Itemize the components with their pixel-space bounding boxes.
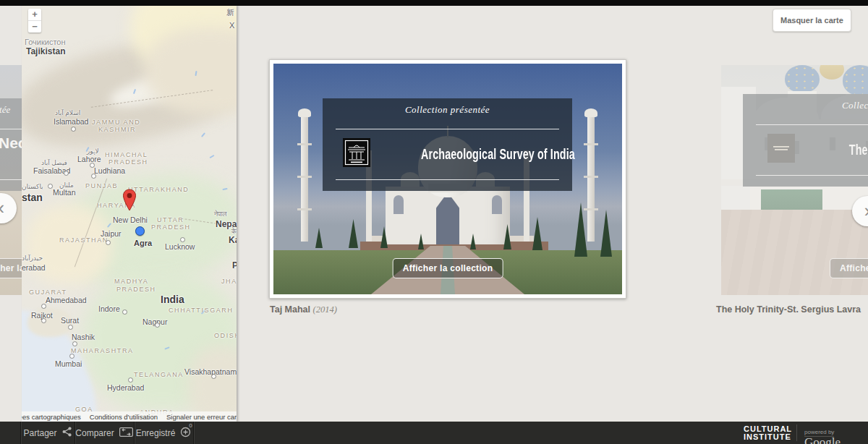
map-label: Mumbai	[55, 359, 82, 368]
map-label: Ahmedabad	[46, 296, 87, 304]
map-label: Islamabad	[54, 117, 88, 126]
map-city-dot	[128, 377, 133, 383]
attribution-terms-link[interactable]: Conditions d'utilisation	[90, 413, 158, 421]
map-label: Agra	[134, 239, 152, 247]
card-right-fade	[721, 65, 868, 295]
page: Collection présentée Necr Afficher la co…	[0, 0, 868, 444]
card-center-show-collection-button[interactable]: Afficher la collection	[393, 258, 503, 278]
map-label: India	[161, 294, 184, 305]
map-label: Surat	[61, 316, 79, 325]
map-city-dot	[122, 309, 127, 315]
map-zoom-control: + −	[28, 9, 41, 33]
map-label: Гочикистон	[25, 38, 66, 46]
map-label: Lahore	[77, 155, 101, 163]
map-label: Hyderabad	[107, 383, 144, 392]
brand-line-2: INSTITUTE	[744, 433, 792, 441]
zoom-in-button[interactable]: +	[28, 9, 41, 21]
card-center[interactable]: Collection présentée Archaeological Surv…	[269, 59, 626, 299]
map-city-dot	[106, 240, 111, 245]
map-city-dot	[41, 304, 46, 309]
saved-button-label: Enregistré	[136, 428, 176, 438]
saved-count-badge: 0	[189, 422, 192, 429]
caption-title: Taj Mahal	[270, 304, 310, 315]
card-center-eyebrow: Collection présentée	[323, 104, 572, 116]
map-city-dot	[71, 127, 76, 132]
share-button[interactable]: Partager	[20, 422, 75, 444]
map-pin-new-delhi[interactable]	[122, 189, 137, 215]
card-center-caption: Taj Mahal (2014)	[270, 304, 337, 315]
share-icon	[62, 427, 72, 439]
map-label: Kath	[229, 235, 237, 245]
map-label: UTTARAKHAND	[128, 186, 189, 193]
map-city-dot	[211, 374, 216, 379]
google-logo: Google	[804, 437, 841, 444]
map-label: Ludhiana	[94, 166, 125, 175]
map-city-dot	[41, 318, 46, 323]
footer-divider	[796, 424, 797, 441]
map-label: PRADESH	[109, 158, 148, 166]
map-label: RAJASTHAN	[59, 236, 109, 244]
map-label: New Delhi	[113, 215, 148, 224]
divider	[336, 179, 559, 180]
compare-button[interactable]: Comparer	[75, 422, 134, 444]
map-label: Pa	[232, 260, 237, 270]
map-panel[interactable]: ГочикистонTajikistan新Xاسلام آبادIslamaba…	[22, 6, 237, 422]
chevron-right-icon: ›	[864, 200, 868, 221]
map-label: Tajikistan	[26, 46, 65, 56]
map-city-dot	[68, 325, 73, 330]
footer-divider	[193, 422, 194, 444]
attribution-data: Données cartographiques	[22, 413, 81, 421]
map-label: Visakhapatnam	[184, 367, 237, 376]
compare-icon	[119, 427, 133, 439]
map-label: PRADESH	[116, 286, 156, 293]
map-label: Nashik	[72, 333, 95, 341]
map-label: GUJARAT	[29, 289, 67, 296]
map-label: ODISH	[214, 332, 237, 339]
map-label: فیصل آباد	[41, 159, 67, 166]
add-circle-icon: 0	[180, 427, 191, 440]
card-center-photo: Collection présentée Archaeological Surv…	[273, 64, 622, 294]
map-label: MAHARASHTRA	[71, 347, 134, 354]
map-label: Lucknow	[165, 242, 195, 251]
map-city-dot	[155, 323, 160, 328]
map-label: X	[229, 21, 234, 30]
map-marker-agra[interactable]	[135, 226, 145, 236]
zoom-out-button[interactable]: −	[28, 21, 41, 33]
cultural-institute-logo: CULTURAL INSTITUTE	[744, 425, 792, 441]
map-label: UTTAR	[157, 216, 184, 223]
attribution-report-link[interactable]: Signaler une erreur cartographique	[166, 413, 237, 421]
map-city-dot	[180, 237, 185, 242]
map-label: TELANGANA	[134, 371, 184, 378]
map-label: MADHYA	[114, 278, 148, 285]
map-label: JAMMU AND	[92, 119, 140, 126]
divider	[336, 129, 559, 129]
card-right-photo: Collection présentée The Holy Trinity-St…	[721, 65, 868, 295]
hide-map-button[interactable]: Masquer la carte	[773, 9, 851, 32]
map-city-dot	[91, 174, 96, 179]
chevron-left-icon: ‹	[0, 197, 4, 218]
map-label: PUNJAB	[85, 182, 118, 189]
map-label: PRADESH	[151, 223, 191, 231]
map-label: Indore	[98, 304, 120, 313]
map-label: Multan	[53, 188, 76, 197]
map-label: 新	[226, 7, 234, 18]
map-label: باكستان	[22, 183, 43, 190]
caption-year: (2014)	[313, 304, 337, 315]
map-attribution: Données cartographiques Conditions d'uti…	[22, 411, 237, 422]
map-label: HIMACHAL	[105, 151, 148, 158]
map-city-dot	[69, 354, 75, 359]
share-button-label: Partager	[23, 428, 56, 438]
footer-bar: Partager Comparer Enregistré 0 CULTURAL …	[0, 422, 868, 444]
card-right[interactable]: Collection présentée The Holy Trinity-St…	[721, 65, 868, 295]
asi-logo-icon	[343, 138, 370, 170]
saved-button[interactable]: Enregistré 0	[134, 422, 193, 444]
card-right-caption: The Holy Trinity-St. Sergius Lavra	[716, 304, 861, 315]
map-label: erabad	[22, 263, 46, 272]
map-label: حیدرآباد	[22, 255, 43, 262]
card-left[interactable]: Collection présentée Necr Afficher la co…	[0, 65, 22, 295]
map-label: JHARK	[221, 278, 237, 285]
card-center-overlay: Collection présentée Archaeological Surv…	[323, 98, 572, 191]
map-label: CHHATTISGARH	[169, 307, 234, 314]
map-label: KASHMIR	[98, 126, 136, 133]
compare-button-label: Comparer	[75, 428, 114, 438]
